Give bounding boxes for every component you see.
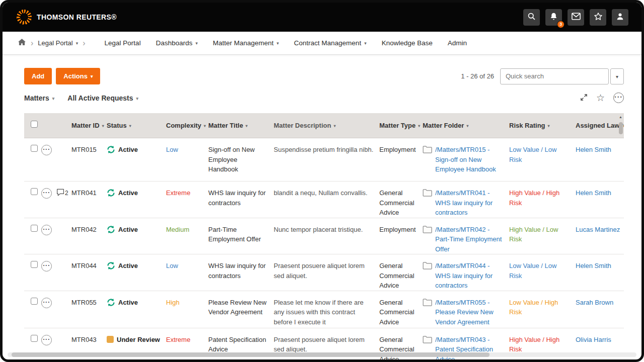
folder-cell: /Matters/MTR041 - WHS law inquiry for co… (423, 188, 509, 218)
risk-rating: High Value / High Risk (509, 335, 576, 354)
favorites-button[interactable] (590, 9, 606, 26)
status-label: Active (118, 188, 138, 198)
row-checkbox[interactable] (31, 225, 38, 232)
column-header-matter-description[interactable]: Matter Description (274, 121, 379, 131)
assigned-lawyer-link[interactable]: Helen Smith (576, 189, 611, 197)
row-checkbox[interactable] (31, 145, 38, 152)
assigned-lawyer-link[interactable]: Sarah Brown (576, 299, 613, 306)
matter-folder-link[interactable]: /Matters/MTR055 - Please Review New Vend… (435, 298, 504, 327)
comments-button[interactable]: 2 (56, 188, 68, 198)
horizontal-scroll-thumb[interactable] (12, 352, 490, 357)
column-header-matter-title[interactable]: Matter Title (208, 121, 274, 131)
row-actions-button[interactable] (41, 225, 52, 235)
row-checkbox[interactable] (31, 335, 38, 342)
row-select-cell (24, 335, 41, 345)
matter-description: Suspendisse pretium fringilla nibh. (274, 145, 379, 155)
matter-folder-link[interactable]: /Matters/MTR015 - Sign-off on New Employ… (435, 145, 504, 174)
main-content: Add Actions 1 - 26 of 26 Matters All Act… (3, 55, 641, 362)
row-checkbox[interactable] (31, 188, 38, 195)
search-options-button[interactable] (610, 68, 624, 84)
user-icon (616, 12, 624, 22)
column-header-complexity[interactable]: Complexity (166, 121, 208, 131)
menu-item-admin[interactable]: Admin (440, 39, 474, 47)
matter-folder-link[interactable]: /Matters/MTR042 - Part-Time Employment O… (435, 225, 504, 254)
scroll-up-arrow-icon[interactable] (617, 113, 624, 121)
thomson-reuters-logo-icon (17, 10, 32, 25)
menu-item-legal-portal[interactable]: Legal Portal (97, 39, 148, 47)
risk-rating: Low Value / Low Risk (509, 145, 576, 164)
matter-folder-link[interactable]: /Matters/MTR044 - WHS law inquiry for co… (435, 261, 504, 291)
matter-description: Please let me know if there are any issu… (274, 298, 379, 327)
menu-item-matter-management[interactable]: Matter Management (205, 39, 286, 47)
row-comments-cell: 2 (56, 188, 71, 198)
column-header-matter-type[interactable]: Matter Type (379, 121, 423, 131)
matter-folder-link[interactable]: /Matters/MTR043 - Patent Specification A… (435, 335, 504, 362)
matter-description: blandit a nequ, Nullam convallis. (274, 188, 379, 198)
folder-cell: /Matters/MTR055 - Please Review New Vend… (423, 298, 509, 327)
matter-title: WHS law inquiry for contractors (208, 188, 274, 208)
horizontal-scrollbar[interactable] (8, 352, 636, 357)
row-actions-button[interactable] (41, 188, 52, 199)
view-selector[interactable]: Matters (24, 94, 54, 102)
status-label: Active (118, 225, 138, 235)
notification-badge: 3 (557, 21, 565, 28)
matter-id: MTR042 (71, 225, 107, 235)
column-header-matter-id[interactable]: Matter ID (71, 121, 107, 131)
assigned-lawyer-link[interactable]: Olivia Harris (576, 336, 611, 343)
risk-rating: High Value / High Risk (509, 188, 576, 208)
menu-item-dashboards[interactable]: Dashboards (148, 39, 205, 47)
search-button[interactable] (523, 9, 540, 26)
actions-button[interactable]: Actions (56, 68, 100, 84)
profile-button[interactable] (612, 9, 628, 26)
vertical-scroll-thumb[interactable] (619, 122, 623, 134)
complexity: Low (166, 145, 208, 155)
actions-button-label: Actions (63, 72, 88, 80)
search-icon (527, 12, 536, 22)
row-checkbox[interactable] (31, 261, 38, 268)
column-header-matter-folder[interactable]: Matter Folder (423, 121, 509, 131)
filter-selector[interactable]: All Active Requests (67, 94, 138, 102)
status-cell: Active (107, 188, 166, 198)
status-active-icon (107, 298, 115, 307)
home-button[interactable] (18, 38, 26, 48)
select-all-checkbox[interactable] (31, 121, 38, 128)
row-actions-cell (41, 261, 56, 272)
star-icon (594, 12, 603, 23)
expand-button[interactable] (580, 94, 588, 103)
row-actions-button[interactable] (41, 298, 52, 308)
column-header-assigned-lawyer[interactable]: Assigned Lawyer (576, 121, 624, 131)
folder-cell: /Matters/MTR015 - Sign-off on New Employ… (423, 145, 509, 174)
row-checkbox[interactable] (31, 298, 38, 305)
assigned-lawyer-link[interactable]: Helen Smith (576, 146, 611, 153)
favorite-view-button[interactable] (596, 93, 605, 103)
assigned-lawyer-link[interactable]: Lucas Martinez (576, 226, 620, 233)
assigned-lawyer-cell: Lucas Martinez (576, 225, 624, 235)
status-label: Active (118, 298, 138, 308)
menu-item-knowledge-base[interactable]: Knowledge Base (374, 39, 440, 47)
notifications-button[interactable]: 3 (545, 9, 562, 26)
row-actions-button[interactable] (41, 145, 52, 155)
quick-search-input[interactable] (500, 68, 609, 84)
assigned-lawyer-link[interactable]: Helen Smith (576, 262, 611, 269)
menu-item-contract-management[interactable]: Contract Management (286, 39, 374, 47)
table-row: 2 MTR041 Active Extreme WHS law inquiry … (24, 182, 624, 218)
column-header-status[interactable]: Status (107, 121, 166, 131)
mail-button[interactable] (568, 9, 584, 26)
add-button[interactable]: Add (24, 68, 52, 84)
grid-options-button[interactable] (613, 93, 624, 103)
breadcrumb-legal-portal[interactable]: Legal Portal (38, 39, 78, 47)
assigned-lawyer-cell: Helen Smith (576, 145, 624, 155)
matter-description: Nunc tempor placerat tristique. (274, 225, 379, 235)
status-cell: Active (107, 261, 166, 271)
row-actions-button[interactable] (41, 261, 52, 272)
vertical-scrollbar[interactable] (617, 113, 624, 138)
table-row: MTR042 Active Medium Part-Time Employmen… (24, 218, 624, 255)
row-actions-button[interactable] (41, 335, 52, 345)
matter-description: Praesent posuere aliquet lorem sed aliqu… (274, 335, 379, 354)
column-header-risk-rating[interactable]: Risk Rating (509, 121, 576, 131)
matter-type: Employment (379, 145, 423, 155)
bell-icon (549, 12, 558, 22)
matter-folder-link[interactable]: /Matters/MTR041 - WHS law inquiry for co… (435, 188, 504, 218)
row-select-cell (24, 145, 41, 155)
status-under-review-icon (107, 336, 114, 343)
